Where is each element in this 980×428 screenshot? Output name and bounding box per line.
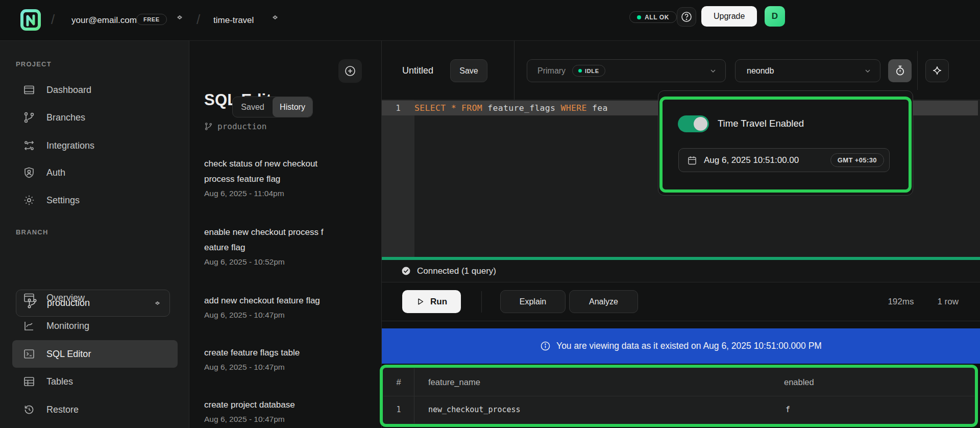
sidebar-section-branch: BRANCH — [16, 228, 48, 236]
history-item[interactable]: enable new checkout process f eature fla… — [204, 225, 332, 267]
sidebar-item-tables[interactable]: Tables — [12, 368, 178, 395]
database-selector[interactable]: neondb — [735, 59, 880, 82]
history-item[interactable]: create project database Aug 6, 2025 - 10… — [204, 397, 332, 424]
explain-button[interactable]: Explain — [500, 290, 566, 313]
results-table-highlight: # feature_name enabled 1 new_checkout_pr… — [380, 365, 978, 427]
check-circle-icon — [401, 266, 411, 276]
line-number: 1 — [382, 103, 414, 113]
sql-editor-icon — [23, 348, 35, 360]
neon-logo-icon[interactable] — [19, 9, 42, 31]
auth-icon — [23, 167, 35, 179]
tab-saved[interactable]: Saved — [233, 97, 273, 117]
time-travel-toggle[interactable] — [678, 115, 709, 132]
table-header-row: # feature_name enabled — [383, 368, 974, 396]
history-item[interactable]: check status of new checkout process fea… — [204, 156, 332, 198]
plan-badge: FREE — [136, 14, 167, 25]
panel-branch: production — [204, 122, 266, 131]
sparkle-icon — [932, 65, 943, 77]
breadcrumb-slash: / — [51, 12, 55, 28]
cell-enabled: f — [786, 405, 790, 414]
sidebar: PROJECT Dashboard Branches Integrations … — [0, 41, 189, 428]
top-header: / your@email.com FREE / time-travel ALL … — [0, 0, 980, 41]
timezone-badge: GMT +05:30 — [830, 153, 884, 167]
time-travel-toggle-label: Time Travel Enabled — [718, 115, 804, 132]
sql-editor-panel: SQL Editor production Saved History chec… — [189, 41, 382, 428]
account-switcher-icon[interactable] — [177, 13, 183, 21]
help-icon — [680, 11, 693, 23]
sidebar-item-dashboard[interactable]: Dashboard — [12, 76, 178, 104]
sidebar-item-auth[interactable]: Auth — [12, 159, 178, 186]
neon-console: / your@email.com FREE / time-travel ALL … — [0, 0, 980, 428]
chevron-down-icon — [709, 67, 717, 75]
analyze-button[interactable]: Analyze — [569, 290, 638, 313]
run-button[interactable]: Run — [402, 290, 461, 313]
editor-gutter — [382, 100, 414, 257]
overview-icon — [23, 292, 35, 304]
table-row[interactable]: 1 new_checkout_process f — [383, 396, 974, 423]
save-button[interactable]: Save — [450, 59, 487, 82]
cell-index: 1 — [383, 405, 414, 414]
time-travel-button[interactable] — [888, 59, 912, 82]
integrations-icon — [23, 139, 35, 152]
branches-icon — [23, 111, 35, 124]
tables-icon — [23, 375, 35, 388]
upgrade-button[interactable]: Upgrade — [701, 6, 757, 27]
status-badge[interactable]: ALL OK — [629, 11, 677, 23]
branch-icon — [204, 122, 213, 131]
sidebar-item-integrations[interactable]: Integrations — [12, 132, 178, 159]
restore-icon — [23, 403, 35, 416]
sidebar-item-sql-editor[interactable]: SQL Editor — [12, 340, 178, 368]
sql-query-text: SELECT * FROM feature_flags WHERE fea — [414, 103, 608, 113]
datetime-picker[interactable]: Aug 6, 2025 10:51:00.00 GMT +05:30 — [678, 148, 890, 172]
query-duration: 192ms — [888, 297, 914, 307]
help-button[interactable] — [677, 7, 696, 27]
settings-icon — [23, 194, 35, 206]
connection-status-text: Connected (1 query) — [417, 266, 496, 276]
dashboard-icon — [23, 84, 35, 96]
history-item[interactable]: create feature flags table Aug 6, 2025 -… — [204, 345, 332, 372]
plus-circle-icon — [344, 65, 356, 77]
query-stats: 192ms 1 row — [888, 282, 959, 321]
tab-history[interactable]: History — [273, 97, 312, 117]
idle-dot — [578, 69, 582, 73]
compute-status-badge: IDLE — [572, 65, 605, 77]
avatar[interactable]: D — [765, 6, 785, 27]
query-row-count: 1 row — [937, 297, 959, 307]
sidebar-item-settings[interactable]: Settings — [12, 186, 178, 214]
calendar-icon — [687, 155, 697, 165]
time-travel-banner: You are viewing data as it existed on Au… — [382, 328, 980, 364]
chevron-down-icon — [864, 67, 872, 75]
breadcrumb-slash: / — [197, 12, 200, 28]
col-header-enabled: enabled — [784, 377, 814, 387]
info-icon — [540, 341, 551, 351]
history-item[interactable]: add new checkout feature flag Aug 6, 202… — [204, 293, 332, 320]
col-header-feature-name: feature_name — [428, 377, 480, 387]
time-travel-popover-highlight: Time Travel Enabled Aug 6, 2025 10:51:00… — [659, 97, 912, 193]
new-query-button[interactable] — [338, 59, 362, 83]
stopwatch-icon — [894, 65, 906, 77]
breadcrumb-project[interactable]: time-travel — [213, 15, 254, 26]
sidebar-item-branches[interactable]: Branches — [12, 104, 178, 131]
datetime-value: Aug 6, 2025 10:51:00.00 — [704, 155, 824, 165]
sidebar-item-restore[interactable]: Restore — [12, 396, 178, 423]
monitoring-icon — [23, 320, 35, 332]
sidebar-item-overview[interactable]: Overview — [12, 284, 178, 312]
query-actions-bar: Run Explain Analyze 192ms 1 row — [382, 282, 980, 321]
saved-history-tabs: Saved History — [232, 97, 313, 117]
col-header-index: # — [383, 377, 414, 387]
project-switcher-icon[interactable] — [272, 13, 278, 21]
play-icon — [416, 297, 425, 306]
cell-feature-name: new_checkout_process — [428, 405, 521, 414]
toggle-knob — [694, 117, 707, 131]
compute-selector[interactable]: Primary IDLE — [527, 59, 726, 82]
breadcrumb-account[interactable]: your@email.com — [71, 15, 137, 26]
results-table: # feature_name enabled 1 new_checkout_pr… — [383, 368, 974, 423]
connection-status-bar: Connected (1 query) — [382, 260, 980, 282]
query-tab-title[interactable]: Untitled — [402, 41, 433, 100]
sidebar-item-monitoring[interactable]: Monitoring — [12, 312, 178, 340]
status-dot — [637, 15, 641, 19]
ai-assist-button[interactable] — [925, 59, 949, 82]
sidebar-section-project: PROJECT — [16, 60, 52, 68]
